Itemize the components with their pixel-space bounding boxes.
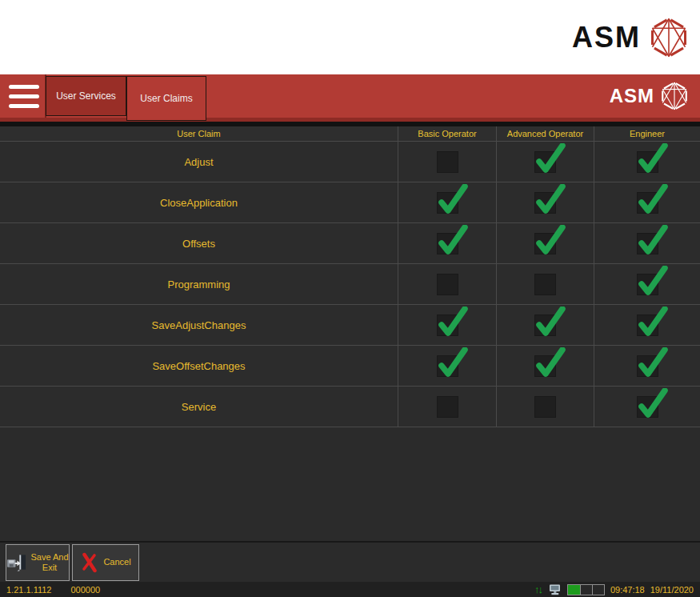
- check-icon: [534, 307, 566, 339]
- header-asm-hexagon-logo-icon: [660, 82, 689, 110]
- segment-empty: [592, 585, 604, 595]
- check-icon: [534, 143, 566, 175]
- checkbox-cell-advanced-operator[interactable]: [496, 182, 594, 222]
- check-icon: [534, 347, 566, 379]
- checkbox-cell-advanced-operator[interactable]: [496, 264, 594, 304]
- segment-green: [568, 585, 580, 595]
- claims-table-header: User Claim Basic Operator Advanced Opera…: [0, 126, 700, 142]
- checkbox-cell-basic-operator[interactable]: [398, 305, 496, 345]
- hamburger-menu-icon[interactable]: [9, 85, 39, 108]
- status-date: 19/11/2020: [650, 585, 694, 595]
- check-icon: [636, 225, 668, 257]
- status-bar-right: ↑↓ 09:47:18 19/11/2020: [534, 583, 694, 595]
- checkbox-box: [637, 192, 658, 214]
- computer-icon: [549, 584, 562, 595]
- check-icon: [636, 388, 668, 420]
- checkbox-box: [637, 274, 658, 295]
- checkbox-cell-engineer[interactable]: [594, 223, 700, 263]
- checkbox-cell-advanced-operator[interactable]: [496, 346, 594, 386]
- checkbox-box: [437, 274, 458, 295]
- tab-user-claims[interactable]: User Claims: [126, 76, 206, 121]
- checkbox-box: [637, 396, 658, 418]
- checkbox-box: [534, 192, 556, 214]
- checkbox-cell-basic-operator[interactable]: [398, 387, 496, 427]
- checkbox-cell-engineer[interactable]: [594, 182, 700, 222]
- checkbox-box: [437, 151, 458, 173]
- empty-content-area: [0, 427, 700, 541]
- checkbox-cell-advanced-operator[interactable]: [496, 387, 594, 427]
- checkbox-cell-advanced-operator[interactable]: [496, 223, 594, 263]
- checkbox-cell-basic-operator[interactable]: [398, 223, 496, 263]
- claim-label: Adjust: [0, 142, 398, 182]
- claim-label: SaveAdjustChanges: [0, 305, 398, 345]
- asm-hexagon-logo-icon: [649, 18, 689, 58]
- check-icon: [436, 184, 468, 216]
- check-icon: [636, 347, 668, 379]
- checkbox-cell-engineer[interactable]: [594, 305, 700, 345]
- network-traffic-arrows-icon: ↑↓: [534, 583, 542, 595]
- table-row: Programming: [0, 264, 700, 305]
- checkbox-box: [534, 355, 556, 377]
- checkbox-box: [534, 233, 556, 254]
- claim-label: SaveOffsetChanges: [0, 346, 398, 386]
- table-row: SaveAdjustChanges: [0, 305, 700, 346]
- checkbox-box: [437, 355, 458, 377]
- checkbox-box: [437, 233, 458, 254]
- header-asm-wordmark: ASM: [610, 85, 654, 107]
- check-icon: [436, 347, 468, 379]
- claim-label: Offsets: [0, 223, 398, 263]
- segment-empty: [580, 585, 592, 595]
- checkbox-box: [437, 396, 458, 418]
- app-window: ASM User Services User Claims ASM User C…: [0, 0, 700, 597]
- checkbox-cell-engineer[interactable]: [594, 142, 700, 182]
- header-asm-brand: ASM: [610, 82, 689, 110]
- checkbox-cell-advanced-operator[interactable]: [496, 142, 594, 182]
- top-white-band: ASM: [0, 0, 700, 74]
- checkbox-cell-basic-operator[interactable]: [398, 142, 496, 182]
- tab-user-services[interactable]: User Services: [46, 76, 126, 116]
- checkbox-cell-engineer[interactable]: [594, 264, 700, 304]
- checkbox-box: [437, 192, 458, 214]
- status-bar: 1.21.1.1112 000000 ↑↓ 09:47:18 19/11/202…: [0, 582, 700, 597]
- check-icon: [636, 307, 668, 339]
- column-header-basic-operator: Basic Operator: [398, 126, 496, 141]
- checkbox-cell-engineer[interactable]: [594, 346, 700, 386]
- column-header-engineer: Engineer: [594, 126, 700, 141]
- table-row: CloseApplication: [0, 182, 700, 223]
- table-row: Adjust: [0, 142, 700, 182]
- table-row: Service: [0, 387, 700, 427]
- column-header-advanced-operator: Advanced Operator: [496, 126, 594, 141]
- table-row: Offsets: [0, 223, 700, 264]
- checkbox-box: [534, 396, 556, 418]
- check-icon: [436, 307, 468, 339]
- cancel-button[interactable]: Cancel: [72, 544, 139, 581]
- column-header-user-claim: User Claim: [0, 126, 398, 141]
- check-icon: [636, 143, 668, 175]
- claim-label: Service: [0, 387, 398, 427]
- claim-label: Programming: [0, 264, 398, 304]
- checkbox-cell-basic-operator[interactable]: [398, 346, 496, 386]
- bottom-toolbar: Save And Exit Cancel: [0, 541, 700, 582]
- check-icon: [534, 225, 566, 257]
- asm-wordmark: ASM: [572, 21, 641, 54]
- check-icon: [534, 184, 566, 216]
- checkbox-box: [637, 151, 658, 173]
- asm-brand: ASM: [572, 18, 689, 58]
- checkbox-box: [534, 315, 556, 336]
- check-icon: [436, 225, 468, 257]
- save-exit-icon: [6, 553, 26, 572]
- status-segment-indicator: [567, 584, 605, 595]
- checkbox-cell-engineer[interactable]: [594, 387, 700, 427]
- checkbox-cell-basic-operator[interactable]: [398, 264, 496, 304]
- checkbox-cell-basic-operator[interactable]: [398, 182, 496, 222]
- checkbox-box: [534, 151, 556, 173]
- checkbox-cell-advanced-operator[interactable]: [496, 305, 594, 345]
- checkbox-box: [437, 315, 458, 336]
- cancel-x-icon: [80, 552, 99, 573]
- status-counter: 000000: [70, 585, 100, 595]
- check-icon: [636, 184, 668, 216]
- save-and-exit-button[interactable]: Save And Exit: [6, 544, 70, 581]
- header-bar: User Services User Claims ASM: [0, 74, 700, 122]
- checkbox-box: [534, 274, 556, 295]
- version-number: 1.21.1.1112: [6, 585, 51, 595]
